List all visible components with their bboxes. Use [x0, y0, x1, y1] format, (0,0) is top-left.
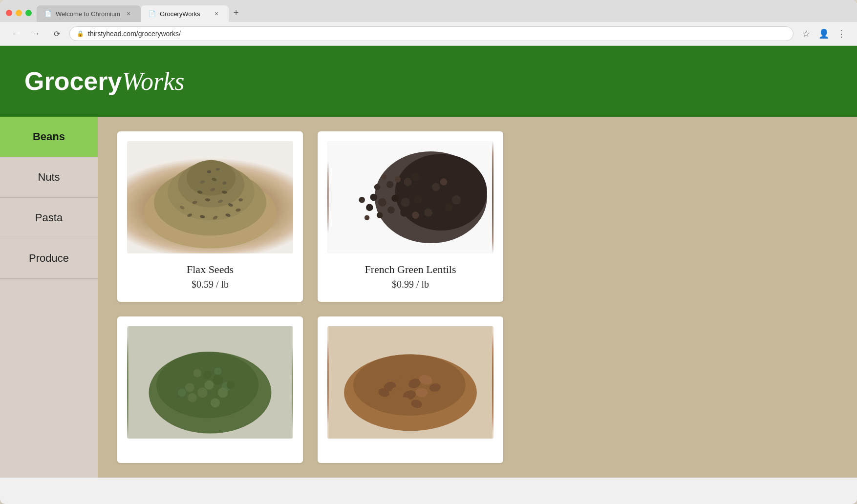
- reload-button[interactable]: ⟳: [49, 26, 64, 42]
- svg-point-38: [401, 198, 410, 207]
- product-image-lentils: [327, 141, 493, 253]
- site-header: GroceryWorks: [0, 46, 857, 117]
- svg-point-60: [205, 380, 214, 390]
- svg-point-63: [197, 387, 208, 398]
- svg-point-54: [359, 197, 365, 203]
- product-card-lentils[interactable]: French Green Lentils $0.99 / lb: [318, 131, 503, 302]
- product-image-4: [327, 326, 493, 439]
- product-1-price: $0.59 / lb: [192, 279, 229, 290]
- brown-seeds-image: [327, 326, 493, 439]
- svg-point-31: [411, 173, 420, 181]
- site-body: Beans Nuts Pasta Produce: [0, 117, 857, 478]
- address-bar: ← → ⟳ 🔒 thirstyhead.com/groceryworks/ ☆ …: [0, 22, 857, 46]
- site-content: GroceryWorks Beans Nuts Pasta Produce: [0, 46, 857, 478]
- logo-works: Works: [122, 67, 184, 95]
- page-icon: 📄: [44, 10, 52, 17]
- svg-point-34: [374, 184, 381, 190]
- svg-point-32: [386, 181, 394, 189]
- sidebar-item-pasta[interactable]: Pasta: [0, 198, 98, 238]
- svg-point-45: [445, 204, 453, 212]
- product-image-3: [127, 326, 293, 439]
- svg-point-44: [452, 195, 461, 205]
- svg-point-73: [193, 369, 202, 378]
- svg-point-40: [424, 190, 433, 199]
- svg-point-46: [434, 206, 443, 215]
- tab-1-title: Welcome to Chromium: [56, 10, 120, 18]
- url-text: thirstyhead.com/groceryworks/: [88, 30, 786, 38]
- svg-point-35: [370, 194, 377, 201]
- lentils-image: [327, 141, 493, 253]
- minimize-button[interactable]: [16, 10, 22, 16]
- svg-point-65: [218, 387, 228, 398]
- title-bar: 📄 Welcome to Chromium × 📄 GroceryWorks ×…: [0, 0, 857, 22]
- svg-point-29: [399, 186, 407, 193]
- svg-point-61: [213, 375, 223, 385]
- browser-window: 📄 Welcome to Chromium × 📄 GroceryWorks ×…: [0, 0, 857, 504]
- svg-point-27: [395, 154, 487, 231]
- new-tab-button[interactable]: +: [229, 5, 244, 21]
- tab-1[interactable]: 📄 Welcome to Chromium ×: [37, 5, 141, 22]
- forward-button[interactable]: →: [28, 26, 44, 42]
- svg-point-49: [400, 209, 408, 217]
- svg-point-52: [366, 204, 373, 211]
- page-icon-2: 📄: [149, 10, 156, 17]
- svg-point-71: [203, 371, 212, 379]
- product-image-flax: [127, 141, 293, 253]
- product-card-3[interactable]: [117, 316, 303, 463]
- flax-seeds-image: [127, 141, 293, 253]
- tabs-container: 📄 Welcome to Chromium × 📄 GroceryWorks ×…: [37, 5, 851, 22]
- account-button[interactable]: 👤: [816, 26, 832, 42]
- svg-point-42: [440, 178, 448, 186]
- site-logo: GroceryWorks: [24, 68, 185, 94]
- bookmark-button[interactable]: ☆: [798, 26, 814, 42]
- maximize-button[interactable]: [25, 10, 32, 16]
- svg-point-43: [447, 186, 455, 194]
- logo-grocery: Grocery: [24, 67, 122, 95]
- window-controls: [6, 10, 32, 22]
- product-2-price: $0.99 / lb: [392, 279, 429, 290]
- menu-button[interactable]: ⋮: [834, 26, 849, 42]
- tab-2-title: GroceryWorks: [160, 10, 208, 18]
- product-card-flax-seeds[interactable]: Flax Seeds $0.59 / lb: [117, 131, 303, 302]
- svg-point-66: [226, 381, 235, 389]
- product-1-name: Flax Seeds: [187, 263, 234, 276]
- products-area: Flax Seeds $0.59 / lb: [98, 117, 857, 478]
- svg-point-47: [424, 209, 432, 217]
- tab-2-close-button[interactable]: ×: [212, 9, 221, 18]
- svg-point-51: [377, 212, 383, 218]
- tab-1-close-button[interactable]: ×: [124, 9, 133, 18]
- svg-point-70: [211, 398, 220, 407]
- back-button[interactable]: ←: [8, 26, 23, 42]
- green-seeds-image: [127, 326, 293, 439]
- address-actions: ☆ 👤 ⋮: [798, 26, 849, 42]
- svg-point-48: [412, 211, 419, 219]
- svg-point-30: [395, 176, 401, 183]
- sidebar-item-nuts[interactable]: Nuts: [0, 157, 98, 198]
- svg-point-37: [391, 195, 399, 202]
- svg-point-28: [404, 178, 412, 186]
- product-2-name: French Green Lentils: [365, 263, 456, 276]
- svg-point-36: [378, 198, 386, 207]
- close-button[interactable]: [6, 10, 12, 16]
- svg-point-53: [364, 215, 369, 220]
- product-card-4[interactable]: [318, 316, 503, 463]
- svg-point-58: [185, 383, 194, 392]
- svg-point-39: [414, 196, 422, 204]
- svg-point-69: [200, 398, 208, 406]
- url-bar[interactable]: 🔒 thirstyhead.com/groceryworks/: [69, 26, 793, 41]
- svg-point-68: [188, 393, 197, 402]
- lock-icon: 🔒: [77, 30, 84, 37]
- tab-2[interactable]: 📄 GroceryWorks ×: [141, 5, 229, 22]
- sidebar: Beans Nuts Pasta Produce: [0, 117, 98, 478]
- svg-point-67: [178, 389, 186, 397]
- svg-point-59: [194, 376, 204, 386]
- svg-point-50: [387, 207, 395, 214]
- svg-point-72: [214, 368, 221, 375]
- svg-point-33: [381, 174, 386, 179]
- sidebar-item-beans[interactable]: Beans: [0, 117, 98, 157]
- svg-point-41: [432, 183, 440, 191]
- sidebar-item-produce[interactable]: Produce: [0, 238, 98, 279]
